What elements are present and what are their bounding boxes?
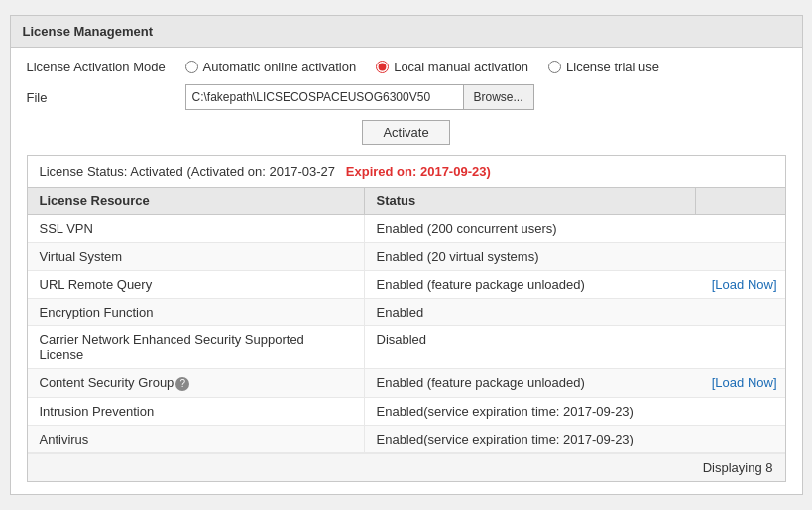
panel-body: License Activation Mode Automatic online… (11, 48, 802, 494)
status-label: License Status: (40, 164, 128, 179)
action-cell (696, 326, 785, 368)
load-now-link[interactable]: [Load Now] (712, 375, 777, 390)
action-cell (696, 299, 785, 325)
table-row: Intrusion PreventionEnabled(service expi… (28, 398, 785, 426)
action-cell (696, 398, 785, 425)
file-row: File Browse... (27, 84, 786, 110)
radio-trial-input[interactable] (548, 61, 561, 73)
resource-cell: Antivirus (28, 426, 365, 452)
file-label: File (27, 90, 185, 105)
col-status-header: Status (365, 188, 696, 214)
table-row: SSL VPNEnabled (200 concurrent users) (28, 215, 785, 243)
radio-manual-input[interactable] (376, 61, 389, 73)
status-cell: Enabled (feature package unloaded) (365, 369, 696, 397)
action-cell (696, 426, 785, 452)
activate-button[interactable]: Activate (362, 120, 449, 145)
radio-auto[interactable]: Automatic online activation (185, 60, 357, 74)
radio-trial-label[interactable]: License trial use (566, 60, 659, 74)
table-header: License Resource Status (28, 188, 785, 215)
radio-trial[interactable]: License trial use (548, 60, 659, 74)
table-row: URL Remote QueryEnabled (feature package… (28, 271, 785, 299)
status-cell: Enabled(service expiration time: 2017-09… (365, 426, 696, 452)
table-row: AntivirusEnabled(service expiration time… (28, 426, 785, 453)
radio-auto-input[interactable] (185, 61, 198, 73)
resource-cell: Virtual System (28, 243, 365, 270)
file-path-input[interactable] (185, 84, 463, 110)
displaying-count: Displaying 8 (703, 460, 773, 475)
license-management-panel: License Management License Activation Mo… (10, 15, 803, 495)
resource-cell: Carrier Network Enhanced Security Suppor… (28, 326, 365, 368)
status-cell: Enabled (feature package unloaded) (365, 271, 696, 298)
action-cell (696, 215, 785, 242)
radio-manual-label[interactable]: Local manual activation (394, 60, 528, 74)
resource-cell: Intrusion Prevention (28, 398, 365, 425)
load-now-link[interactable]: [Load Now] (712, 277, 777, 292)
action-cell[interactable]: [Load Now] (696, 369, 785, 397)
radio-auto-label[interactable]: Automatic online activation (203, 60, 357, 74)
status-cell: Enabled (200 concurrent users) (365, 215, 696, 242)
footer-row: Displaying 8 (28, 453, 785, 481)
activation-mode-row: License Activation Mode Automatic online… (27, 60, 786, 74)
file-input-group: Browse... (185, 84, 534, 110)
table-body: SSL VPNEnabled (200 concurrent users)Vir… (28, 215, 785, 453)
panel-title: License Management (11, 16, 802, 48)
table-row: Encryption FunctionEnabled (28, 299, 785, 326)
col-resource-header: License Resource (28, 188, 365, 214)
browse-button[interactable]: Browse... (463, 84, 534, 110)
activation-radio-group: Automatic online activation Local manual… (185, 60, 659, 74)
status-cell: Enabled (20 virtual systems) (365, 243, 696, 270)
expired-text: Expired on: 2017-09-23) (346, 164, 491, 179)
action-cell (696, 243, 785, 270)
status-header: License Status: Activated (Activated on:… (28, 156, 785, 188)
col-action-header (696, 188, 785, 214)
resource-cell: Encryption Function (28, 299, 365, 325)
activate-row: Activate (27, 120, 786, 145)
radio-manual[interactable]: Local manual activation (376, 60, 528, 74)
activation-mode-label: License Activation Mode (27, 60, 185, 74)
table-row: Virtual SystemEnabled (20 virtual system… (28, 243, 785, 271)
resource-cell: Content Security Group? (28, 369, 365, 397)
status-cell: Enabled(service expiration time: 2017-09… (365, 398, 696, 425)
table-row: Carrier Network Enhanced Security Suppor… (28, 326, 785, 369)
status-cell: Enabled (365, 299, 696, 325)
action-cell[interactable]: [Load Now] (696, 271, 785, 298)
status-section: License Status: Activated (Activated on:… (27, 155, 786, 482)
help-icon[interactable]: ? (175, 377, 189, 391)
resource-cell: SSL VPN (28, 215, 365, 242)
activated-text: Activated (Activated on: 2017-03-27 (130, 164, 335, 179)
table-row: Content Security Group?Enabled (feature … (28, 369, 785, 398)
status-cell: Disabled (365, 326, 696, 368)
resource-cell: URL Remote Query (28, 271, 365, 298)
